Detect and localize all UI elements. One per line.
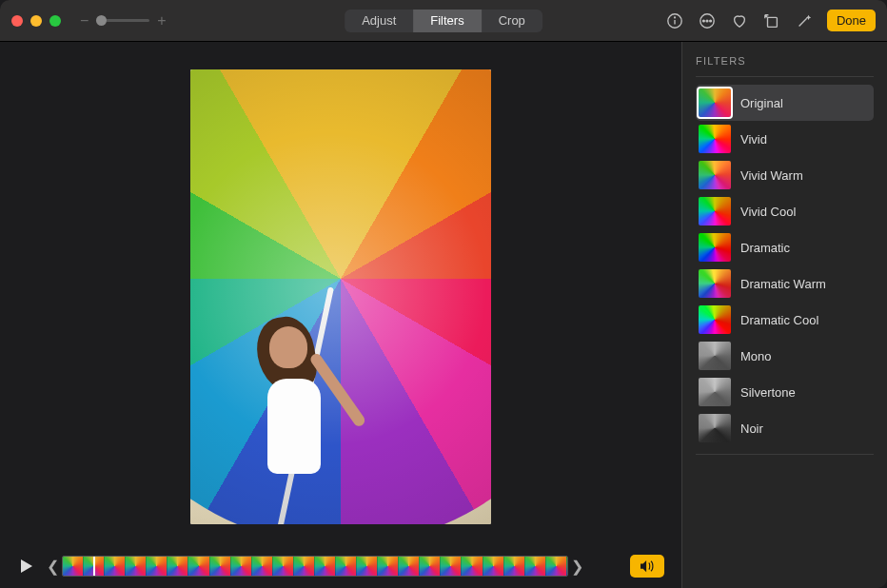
zoom-thumb[interactable] xyxy=(96,15,107,26)
filter-item-dramaticwarm[interactable]: Dramatic Warm xyxy=(696,265,874,302)
filter-item-silvertone[interactable]: Silvertone xyxy=(696,374,874,410)
filmstrip[interactable] xyxy=(62,556,568,577)
window-controls xyxy=(11,15,61,27)
filter-label: Noir xyxy=(740,421,763,436)
filmstrip-frame[interactable] xyxy=(525,557,546,576)
titlebar: − + Adjust Filters Crop Done xyxy=(0,0,887,42)
filter-label: Original xyxy=(740,96,783,110)
edit-mode-tabs: Adjust Filters Crop xyxy=(345,10,542,32)
filmstrip-frame[interactable] xyxy=(252,557,273,576)
zoom-window-button[interactable] xyxy=(49,15,61,27)
filmstrip-frame[interactable] xyxy=(504,557,525,576)
filter-thumbnail xyxy=(699,378,731,406)
info-icon[interactable] xyxy=(665,11,684,30)
filter-label: Mono xyxy=(740,349,772,363)
filmstrip-frame[interactable] xyxy=(168,557,188,576)
minimize-window-button[interactable] xyxy=(30,15,42,27)
timeline-track[interactable]: ❮ ❯ xyxy=(44,556,586,577)
filter-item-dramatic[interactable]: Dramatic xyxy=(696,229,874,265)
trim-start-handle[interactable]: ❮ xyxy=(44,558,62,576)
divider xyxy=(696,454,874,455)
filter-item-noir[interactable]: Noir xyxy=(696,410,874,446)
done-button[interactable]: Done xyxy=(827,10,876,31)
filter-thumbnail xyxy=(699,414,731,442)
playhead[interactable] xyxy=(93,556,95,577)
filter-label: Dramatic Cool xyxy=(740,313,818,327)
content-area: ❮ ❯ FILTERS OriginalVividVivid WarmVivid… xyxy=(0,42,887,588)
zoom-track[interactable] xyxy=(96,19,149,22)
filter-label: Dramatic xyxy=(740,241,790,255)
tab-filters[interactable]: Filters xyxy=(413,10,481,32)
filter-item-mono[interactable]: Mono xyxy=(696,338,874,374)
canvas-viewport[interactable] xyxy=(0,42,681,552)
filmstrip-frame[interactable] xyxy=(399,557,420,576)
filter-thumbnail xyxy=(699,305,731,334)
zoom-out-icon: − xyxy=(80,12,89,29)
filmstrip-frame[interactable] xyxy=(462,557,483,576)
svg-point-4 xyxy=(702,20,704,22)
tab-adjust[interactable]: Adjust xyxy=(345,10,413,32)
filters-heading: FILTERS xyxy=(696,55,874,67)
filmstrip-frame[interactable] xyxy=(231,557,252,576)
filter-list: OriginalVividVivid WarmVivid CoolDramati… xyxy=(696,85,874,446)
filter-label: Silvertone xyxy=(740,385,796,400)
filter-item-vividwarm[interactable]: Vivid Warm xyxy=(696,157,874,193)
filmstrip-frame[interactable] xyxy=(357,557,378,576)
trim-end-handle[interactable]: ❯ xyxy=(568,558,586,576)
filter-label: Vivid Warm xyxy=(740,168,803,183)
filmstrip-frame[interactable] xyxy=(420,557,441,576)
play-button[interactable] xyxy=(17,557,36,576)
filmstrip-frame[interactable] xyxy=(105,557,126,576)
favorite-icon[interactable] xyxy=(730,11,749,30)
filmstrip-frame[interactable] xyxy=(441,557,462,576)
toolbar-right: Done xyxy=(665,10,876,31)
rotate-icon[interactable] xyxy=(762,11,781,30)
filmstrip-frame[interactable] xyxy=(378,557,399,576)
filters-sidebar: FILTERS OriginalVividVivid WarmVivid Coo… xyxy=(681,42,887,588)
svg-point-5 xyxy=(706,20,708,22)
filter-thumbnail xyxy=(699,342,731,370)
filmstrip-frame[interactable] xyxy=(483,557,504,576)
close-window-button[interactable] xyxy=(11,15,23,27)
divider xyxy=(696,76,874,77)
filter-label: Dramatic Warm xyxy=(740,277,826,291)
svg-rect-7 xyxy=(767,17,777,27)
zoom-in-icon: + xyxy=(157,12,166,29)
photo-preview xyxy=(190,69,491,524)
filmstrip-frame[interactable] xyxy=(188,557,209,576)
filter-item-vivid[interactable]: Vivid xyxy=(696,121,874,157)
audio-toggle-button[interactable] xyxy=(630,555,664,578)
filmstrip-frame[interactable] xyxy=(546,557,567,576)
more-icon[interactable] xyxy=(698,11,717,30)
filmstrip-frame[interactable] xyxy=(315,557,336,576)
auto-enhance-icon[interactable] xyxy=(795,11,814,30)
filmstrip-frame[interactable] xyxy=(147,557,168,576)
filter-thumbnail xyxy=(699,269,731,298)
filter-thumbnail xyxy=(699,88,731,117)
canvas-panel: ❮ ❯ xyxy=(0,42,681,588)
filter-item-dramaticcool[interactable]: Dramatic Cool xyxy=(696,302,874,338)
filter-thumbnail xyxy=(699,197,731,225)
filmstrip-frame[interactable] xyxy=(336,557,357,576)
filter-item-vividcool[interactable]: Vivid Cool xyxy=(696,193,874,229)
filmstrip-frame[interactable] xyxy=(63,557,84,576)
svg-point-2 xyxy=(674,16,675,17)
filmstrip-frame[interactable] xyxy=(294,557,315,576)
tab-crop[interactable]: Crop xyxy=(482,10,542,32)
filter-thumbnail xyxy=(699,233,731,262)
filmstrip-frame[interactable] xyxy=(273,557,294,576)
filter-label: Vivid xyxy=(740,132,767,147)
zoom-slider[interactable]: − + xyxy=(80,12,167,29)
filter-thumbnail xyxy=(699,161,731,189)
video-timeline: ❮ ❯ xyxy=(0,552,681,588)
svg-point-6 xyxy=(710,20,712,22)
filmstrip-frame[interactable] xyxy=(210,557,231,576)
filter-item-original[interactable]: Original xyxy=(696,85,874,121)
filter-label: Vivid Cool xyxy=(740,205,796,219)
filter-thumbnail xyxy=(699,125,731,153)
filmstrip-frame[interactable] xyxy=(126,557,147,576)
